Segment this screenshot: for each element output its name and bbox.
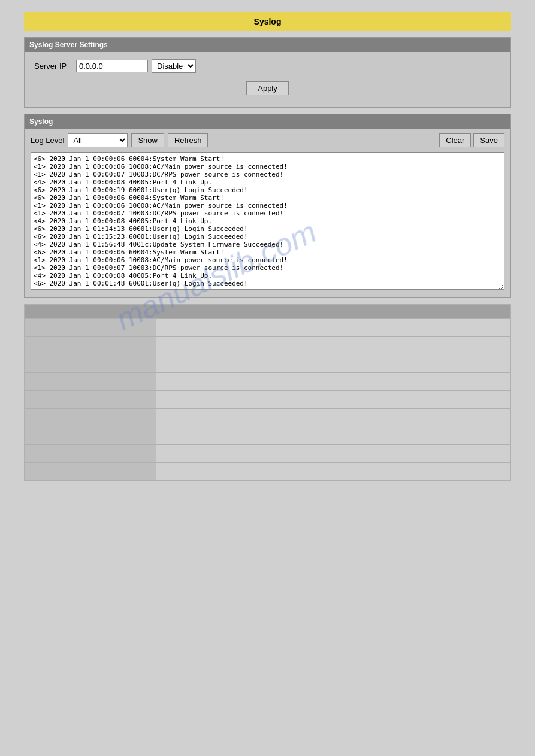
- show-button[interactable]: Show: [131, 133, 164, 147]
- table-row: [25, 319, 511, 337]
- table-cell: [156, 409, 511, 445]
- table-cell: [156, 305, 511, 319]
- server-settings-section: Syslog Server Settings Server IP Disable…: [24, 37, 511, 108]
- table-cell: [25, 305, 156, 319]
- table-cell: [156, 391, 511, 409]
- clear-button[interactable]: Clear: [439, 133, 471, 147]
- save-button[interactable]: Save: [473, 133, 504, 147]
- server-ip-label: Server IP: [34, 62, 76, 71]
- table-cell: [25, 445, 156, 463]
- refresh-button[interactable]: Refresh: [168, 133, 208, 147]
- table-row: [25, 373, 511, 391]
- table-row: [25, 337, 511, 373]
- server-ip-input[interactable]: [76, 60, 148, 72]
- apply-button[interactable]: Apply: [246, 81, 289, 95]
- disable-select[interactable]: Disable Enable: [152, 59, 196, 73]
- table-cell: [156, 445, 511, 463]
- syslog-section: Syslog Log Level All 0 1 2 3 4 5 6 7 Sho…: [24, 114, 511, 298]
- table-cell: [25, 337, 156, 373]
- log-level-select[interactable]: All 0 1 2 3 4 5 6 7: [68, 133, 128, 147]
- table-cell: [156, 337, 511, 373]
- table-cell: [25, 463, 156, 481]
- table-cell: [156, 319, 511, 337]
- server-settings-header: Syslog Server Settings: [25, 38, 510, 52]
- table-cell: [25, 391, 156, 409]
- bottom-section: [24, 304, 511, 481]
- syslog-header: Syslog: [25, 114, 510, 129]
- table-row: [25, 463, 511, 481]
- log-textarea[interactable]: [31, 152, 504, 290]
- table-row: [25, 391, 511, 409]
- table-cell: [25, 319, 156, 337]
- table-cell: [25, 409, 156, 445]
- page-title: Syslog: [24, 12, 511, 31]
- table-row: [25, 409, 511, 445]
- table-cell: [156, 463, 511, 481]
- table-row: [25, 445, 511, 463]
- table-cell: [156, 373, 511, 391]
- table-cell: [25, 373, 156, 391]
- table-row: [25, 305, 511, 319]
- bottom-table: [24, 304, 511, 481]
- log-level-label: Log Level: [31, 136, 64, 145]
